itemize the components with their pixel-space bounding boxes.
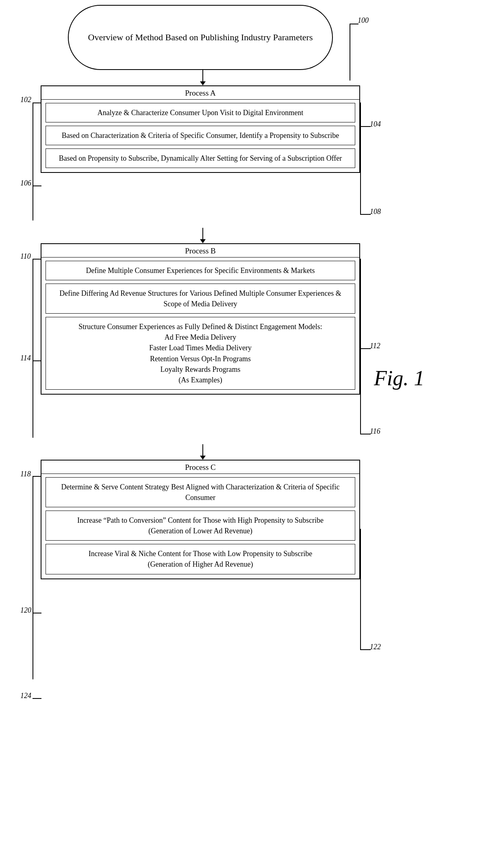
process-b-outer: Process B Define Multiple Consumer Exper… [41, 243, 360, 395]
ref-108: 108 [370, 207, 381, 216]
process-a-box2: Based on Characterization & Criteria of … [46, 126, 355, 145]
arrow-line [202, 70, 203, 81]
bracket-102-v [33, 103, 33, 220]
title-text: Overview of Method Based on Publishing I… [88, 31, 313, 44]
arrow-oval-to-a [200, 70, 206, 85]
process-b-box2: Define Differing Ad Revenue Structures f… [46, 284, 355, 314]
title-oval: Overview of Method Based on Publishing I… [68, 5, 333, 70]
arrow-b-to-c [200, 444, 206, 460]
ref-122: 122 [370, 643, 381, 651]
bracket-100-h [350, 24, 358, 24]
bracket-110-h [33, 259, 41, 260]
arrow-a-to-b [200, 228, 206, 243]
bracket-112-v [360, 259, 361, 348]
bracket-114-h [33, 360, 41, 361]
arrow-head [200, 81, 206, 85]
ref-112: 112 [370, 342, 380, 350]
ref-116: 116 [370, 427, 380, 436]
diagram-container: Overview of Method Based on Publishing I… [0, 0, 504, 849]
bracket-118-h [33, 476, 41, 477]
bracket-122-v [360, 529, 361, 649]
process-c-box2: Increase “Path to Conversion” Content fo… [46, 511, 355, 541]
process-b-box1: Define Multiple Consumer Experiences for… [46, 261, 355, 280]
ref-104: 104 [370, 120, 381, 129]
process-a-outer: Process A Analyze & Characterize Consume… [41, 85, 360, 173]
bracket-122-h [360, 649, 371, 650]
process-a-label: Process A [41, 86, 359, 100]
bracket-110-v [33, 259, 33, 438]
arrow-line [202, 444, 203, 456]
bracket-102-h [33, 103, 41, 103]
process-c-box1: Determine & Serve Content Strategy Best … [46, 477, 355, 507]
arrow-head [200, 456, 206, 460]
process-c-box3: Increase Viral & Niche Content for Those… [46, 544, 355, 574]
ref-102: 102 [20, 96, 31, 104]
arrow-head [200, 239, 206, 243]
bracket-124-h [33, 698, 41, 699]
fig-label: Fig. 1 [374, 366, 424, 390]
bracket-104-h [360, 126, 371, 127]
ref-120: 120 [20, 606, 31, 615]
bracket-104-v [360, 103, 361, 128]
ref-114: 114 [20, 354, 31, 362]
ref-118: 118 [20, 470, 31, 478]
process-c-label: Process C [41, 461, 359, 474]
bracket-118-v [33, 476, 33, 679]
ref-106: 106 [20, 179, 31, 188]
ref-110: 110 [20, 252, 31, 261]
bracket-106-h [33, 186, 41, 186]
bracket-100-v [350, 24, 350, 81]
process-c-outer: Process C Determine & Serve Content Stra… [41, 460, 360, 579]
ref-124: 124 [20, 692, 31, 700]
process-b-label: Process B [41, 244, 359, 258]
bracket-108-h [360, 214, 371, 215]
bracket-116-v [360, 348, 361, 434]
ref-100: 100 [358, 16, 369, 25]
bracket-120-h [33, 613, 41, 613]
process-b-box3: Structure Consumer Experiences as Fully … [46, 317, 355, 390]
process-a-box3: Based on Propensity to Subscribe, Dynami… [46, 148, 355, 168]
arrow-line [202, 228, 203, 239]
bracket-116-h [360, 434, 371, 434]
bracket-112-h [360, 348, 371, 349]
bracket-108-v [360, 126, 361, 214]
process-a-box1: Analyze & Characterize Consumer Upon Vis… [46, 103, 355, 122]
